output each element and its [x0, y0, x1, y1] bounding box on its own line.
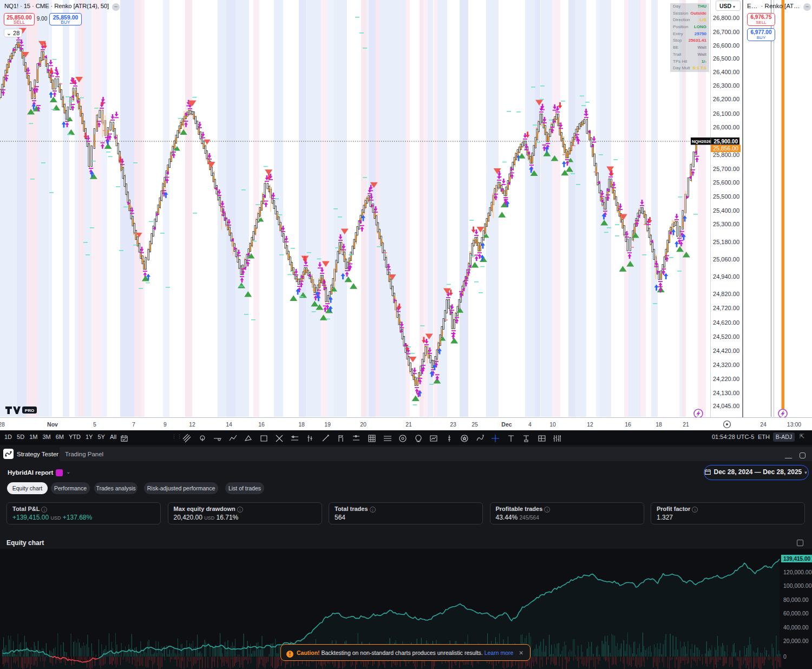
svg-text:80,000.00: 80,000.00: [783, 596, 809, 603]
svg-text:120,000.00: 120,000.00: [783, 569, 812, 575]
svg-text:0: 0: [783, 653, 787, 660]
svg-text:60,000.00: 60,000.00: [783, 610, 809, 616]
svg-text:40,000.00: 40,000.00: [783, 624, 809, 631]
svg-text:139,415.00: 139,415.00: [783, 556, 810, 562]
svg-text:100,000.00: 100,000.00: [783, 582, 812, 589]
svg-text:20,000.00: 20,000.00: [783, 638, 809, 644]
